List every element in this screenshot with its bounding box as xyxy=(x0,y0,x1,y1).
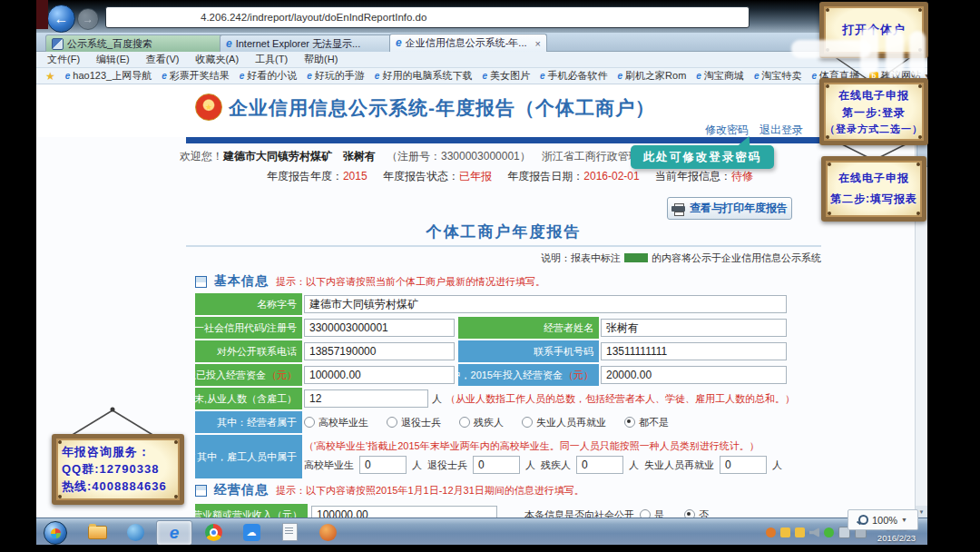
report-year: 2015 xyxy=(343,170,368,182)
start-button[interactable] xyxy=(44,521,67,545)
radio-veteran[interactable]: 退役士兵 xyxy=(387,416,441,429)
favorite-pictures[interactable]: e美女图片 xyxy=(482,69,530,83)
sign-service-hotline: 年报咨询服务： QQ群:12790338 热线:4008884636 xyxy=(52,434,184,505)
favorite-hao123[interactable]: ehao123_上网导航 xyxy=(65,69,152,83)
print-report-button[interactable]: 查看与打印年度报告 xyxy=(667,197,792,220)
chevron-down-icon: ▼ xyxy=(901,517,907,523)
security-icon[interactable] xyxy=(824,527,834,537)
ie-zoom-indicator[interactable]: 100% ▼ xyxy=(848,509,918,530)
windows-logo-icon xyxy=(51,528,61,538)
tab-baidu-search[interactable]: 公示系统_百度搜索 xyxy=(45,34,229,52)
favorite-mobile-games[interactable]: e好玩的手游 xyxy=(307,69,365,83)
grad-count-input[interactable]: 0 xyxy=(359,456,407,474)
internet-explorer-taskbar-button[interactable]: e xyxy=(156,520,192,545)
forward-button[interactable]: → xyxy=(77,8,99,30)
notepad-taskbar-button[interactable] xyxy=(272,520,307,544)
page-icon: e xyxy=(811,71,817,81)
section-title: 基本信息 xyxy=(214,273,269,290)
public-phone-input[interactable]: 13857190000 xyxy=(304,342,455,360)
mobile-input[interactable]: 13511111111 xyxy=(601,342,787,360)
favorite-lottery[interactable]: e彩票开奖结果 xyxy=(162,69,230,83)
frame-artifact xyxy=(36,0,48,29)
publicity-note: 说明：报表中标注的内容将公示于企业信用信息公示系统 xyxy=(186,251,821,265)
capital-input[interactable]: 100000.00 xyxy=(304,366,455,384)
radio-icon[interactable] xyxy=(459,417,470,428)
chrome-taskbar-button[interactable] xyxy=(196,520,230,544)
tab-label: 公示系统_百度搜索 xyxy=(67,37,152,51)
menu-favorites[interactable]: 收藏夹(A) xyxy=(195,53,239,66)
staff-unit: 人 xyxy=(432,392,442,406)
tab-credit-system-active[interactable]: e 企业信用信息公示系统-年... × xyxy=(389,34,547,52)
favorite-taobao-sale[interactable]: e淘宝特卖 xyxy=(754,69,802,83)
veteran-count-input[interactable]: 0 xyxy=(473,456,520,474)
tab-label: Internet Explorer 无法显示... xyxy=(236,37,361,51)
operator-name-input[interactable]: 张树有 xyxy=(601,319,787,337)
menu-edit[interactable]: 编辑(E) xyxy=(96,53,130,66)
menu-help[interactable]: 帮助(H) xyxy=(304,53,338,66)
credit-code-input[interactable]: 3300003000001 xyxy=(304,319,455,337)
favorite-novels[interactable]: e好看的小说 xyxy=(240,69,298,83)
staff-count-input[interactable]: 12 xyxy=(304,389,428,408)
browser-titlebar: ← → 4.206.242/indreport/layout/doEnIndRe… xyxy=(36,0,927,33)
qq-icon[interactable] xyxy=(795,527,805,537)
radio-icon-selected[interactable] xyxy=(684,509,695,518)
radio-public-no[interactable]: 否 xyxy=(684,508,709,518)
report-status: 已年报 xyxy=(459,170,492,182)
video-frame: { "browser": { "url": "4.206.242/indrepo… xyxy=(0,0,980,552)
header-divider-bar xyxy=(186,137,821,143)
menu-tools[interactable]: 工具(T) xyxy=(255,53,288,66)
favorites-star-icon[interactable]: ★ xyxy=(45,70,55,83)
radio-public-yes[interactable]: 是 xyxy=(640,508,664,518)
tab-ie-error[interactable]: e Internet Explorer 无法显示... xyxy=(220,34,398,52)
volume-icon[interactable] xyxy=(809,527,819,537)
radio-icon[interactable] xyxy=(387,417,397,428)
menu-view[interactable]: 查看(V) xyxy=(146,53,180,66)
section-hint: 提示：以下内容请按照当前个体工商户最新的情况进行填写。 xyxy=(276,275,545,289)
notepad-icon xyxy=(282,523,298,541)
cloud-app-taskbar-button[interactable]: ☁ xyxy=(234,520,269,544)
revenue-label: 营业额或营业收入（元） xyxy=(195,504,308,518)
radio-reemployed[interactable]: 失业人员再就业 xyxy=(522,416,606,429)
favorite-rom[interactable]: e刷机之家Rom xyxy=(618,69,687,83)
radio-none[interactable]: 都不是 xyxy=(624,416,669,429)
radio-icon-selected[interactable] xyxy=(624,417,635,428)
page-icon: e xyxy=(618,71,623,81)
credit-code-label: 统一社会信用代码/注册号 xyxy=(195,317,302,339)
close-icon[interactable]: × xyxy=(535,38,541,49)
disabled-count-input[interactable]: 0 xyxy=(576,456,623,474)
logout-link[interactable]: 退出登录 xyxy=(760,123,803,138)
favorite-pc-systems[interactable]: e好用的电脑系统下载 xyxy=(375,69,473,83)
address-bar[interactable]: 4.206.242/indreport/layout/doEnIndReport… xyxy=(105,6,750,28)
mobile-label: 联系手机号码 xyxy=(458,340,599,362)
section-title: 经营信息 xyxy=(214,482,269,498)
radio-disabled[interactable]: 残疾人 xyxy=(459,416,504,429)
report-title: 个体工商户年度报告 xyxy=(186,222,821,242)
favorites-bar: ★ ehao123_上网导航 e彩票开奖结果 e好看的小说 e好玩的手游 e好用… xyxy=(36,68,927,84)
reemployed-count-input[interactable]: 0 xyxy=(720,456,767,474)
menu-file[interactable]: 文件(F) xyxy=(47,53,80,66)
ie-icon: e xyxy=(226,39,232,49)
watermark-blur xyxy=(909,31,926,76)
name-input[interactable]: 建德市大同镇劳村煤矿 xyxy=(304,295,787,313)
public-question: 本条信息是否向社会公开 xyxy=(524,508,634,518)
watermark-blur xyxy=(860,27,878,74)
back-button[interactable]: ← xyxy=(47,5,75,33)
explorer-taskbar-button[interactable] xyxy=(80,520,114,544)
vertical-scrollbar[interactable]: ▲ ▼ xyxy=(915,84,927,518)
radio-college-grad[interactable]: 高校毕业生 xyxy=(304,416,368,429)
page-icon: e xyxy=(696,71,701,81)
app-orange-taskbar-button[interactable] xyxy=(310,520,345,544)
section-hint: 提示：以下内容请按照2015年1月1日-12月31日期间的信息进行填写。 xyxy=(276,484,584,498)
page-icon: e xyxy=(754,71,760,81)
revenue-input[interactable]: 100000.00 xyxy=(311,506,497,518)
favorite-taobao-mall[interactable]: e淘宝商城 xyxy=(696,69,744,83)
favorite-phone-apps[interactable]: e手机必备软件 xyxy=(540,69,608,83)
radio-icon[interactable] xyxy=(304,417,315,428)
radio-icon[interactable] xyxy=(640,509,651,518)
qq-icon[interactable] xyxy=(780,527,790,537)
capital-2015-input[interactable]: 20000.00 xyxy=(601,366,787,384)
folder-icon xyxy=(88,526,107,539)
tray-app-icon[interactable] xyxy=(766,527,776,537)
radio-icon[interactable] xyxy=(522,417,533,428)
browser-360-taskbar-button[interactable] xyxy=(118,520,152,544)
